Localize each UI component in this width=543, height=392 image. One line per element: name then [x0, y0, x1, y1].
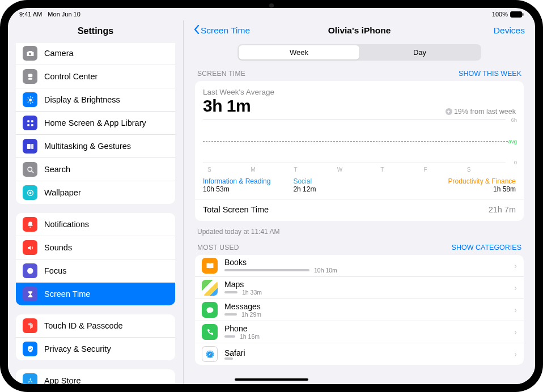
usage-time: 10h 10m	[314, 267, 337, 274]
svg-rect-1	[523, 13, 524, 16]
sidebar-item-search[interactable]: Search	[16, 158, 175, 181]
status-bar: 9:41 AM Mon Jun 10 100%	[8, 8, 535, 20]
avg-reference-line	[203, 141, 508, 142]
week-day-segmented[interactable]: Week Day	[237, 44, 481, 61]
chevron-left-icon	[194, 25, 200, 36]
mostused-row-maps[interactable]: Maps1h 33m›	[195, 277, 524, 299]
svg-rect-0	[511, 11, 522, 17]
sidebar-item-app-store[interactable]: App Store	[16, 369, 175, 384]
devices-button[interactable]: Devices	[494, 25, 525, 36]
sidebar-item-label: Wallpaper	[44, 188, 81, 197]
show-categories-link[interactable]: SHOW CATEGORIES	[452, 244, 521, 252]
messages-icon	[202, 302, 218, 318]
usage-bar	[224, 291, 237, 293]
svg-rect-6	[31, 124, 33, 126]
svg-rect-5	[27, 124, 29, 126]
sidebar-item-touch-id-passcode[interactable]: Touch ID & Passcode	[16, 314, 175, 338]
sidebar-item-label: Home Screen & App Library	[44, 118, 146, 127]
avg-line-label: avg	[508, 138, 517, 144]
display-icon	[23, 92, 37, 107]
total-value: 21h 7m	[489, 205, 516, 214]
sidebar-item-label: Multitasking & Gestures	[44, 142, 131, 151]
usage-time: 1h 16m	[240, 333, 260, 340]
sidebar-item-screen-time[interactable]: Screen Time	[16, 283, 175, 305]
back-button[interactable]: Screen Time	[194, 25, 250, 36]
device-camera-dot	[269, 3, 274, 8]
sidebar-item-label: Camera	[44, 49, 74, 58]
app-name: Safari	[224, 348, 507, 357]
svg-rect-3	[27, 120, 29, 122]
statusbar-time: 9:41 AM	[19, 11, 42, 18]
sidebar-item-display-brightness[interactable]: Display & Brightness	[16, 88, 175, 112]
nav-bar: Screen Time Olivia's iPhone Devices	[184, 20, 535, 42]
sidebar-item-control-center[interactable]: Control Center	[16, 65, 175, 88]
multitasking-icon	[23, 139, 37, 154]
home-indicator[interactable]	[235, 378, 308, 381]
wallpaper-icon	[23, 185, 37, 200]
chevron-right-icon: ›	[514, 305, 517, 314]
home-icon	[23, 116, 37, 130]
category-summary-row: Information & Reading10h 53mSocial2h 12m…	[203, 177, 516, 193]
controlcenter-icon	[23, 69, 37, 84]
segment-week[interactable]: Week	[239, 45, 359, 59]
screentime-section-header: SCREEN TIME SHOW THIS WEEK	[195, 70, 524, 81]
books-icon	[202, 258, 218, 274]
total-label: Total Screen Time	[203, 205, 269, 214]
sidebar-item-camera[interactable]: Camera	[16, 43, 175, 65]
app-name: Books	[224, 258, 507, 267]
screentime-icon	[23, 287, 37, 301]
chevron-right-icon: ›	[514, 261, 517, 270]
show-this-week-link[interactable]: SHOW THIS WEEK	[459, 70, 521, 78]
back-label: Screen Time	[201, 25, 250, 36]
page-title: Olivia's iPhone	[328, 25, 391, 36]
sidebar-item-label: Control Center	[44, 72, 97, 81]
sidebar-item-label: Sounds	[44, 243, 72, 252]
mostused-row-messages[interactable]: Messages1h 29m›	[195, 299, 524, 321]
sidebar-item-privacy-security[interactable]: Privacy & Security	[16, 338, 175, 360]
sidebar-item-multitasking-gestures[interactable]: Multitasking & Gestures	[16, 135, 175, 158]
usage-bar	[224, 269, 309, 271]
total-screen-time-row: Total Screen Time 21h 7m	[195, 199, 524, 215]
mostused-row-phone[interactable]: Phone1h 16m›	[195, 321, 524, 343]
chart-xaxis: SMTWTFS	[203, 167, 506, 173]
usage-bar	[224, 313, 237, 316]
yaxis-bot: 0	[514, 159, 517, 165]
avg-value: 3h 1m	[203, 96, 251, 116]
section-label: MOST USED	[197, 244, 239, 252]
chevron-right-icon: ›	[514, 350, 517, 359]
mostused-section-header: MOST USED SHOW CATEGORIES	[195, 244, 524, 255]
sidebar-item-home-screen-app-library[interactable]: Home Screen & App Library	[16, 112, 175, 135]
statusbar-battery-pct: 100%	[492, 11, 508, 18]
sidebar-item-label: Focus	[44, 266, 67, 275]
main-panel: Screen Time Olivia's iPhone Devices Week…	[184, 20, 535, 384]
svg-rect-4	[31, 120, 33, 122]
ipad-frame: 9:41 AM Mon Jun 10 100% Settings CameraC…	[0, 0, 543, 392]
segment-day[interactable]: Day	[359, 45, 480, 59]
sidebar-item-focus[interactable]: Focus	[16, 259, 175, 283]
sidebar-item-notifications[interactable]: Notifications	[16, 213, 175, 236]
safari-icon	[202, 346, 218, 362]
mostused-row-books[interactable]: Books10h 10m›	[195, 255, 524, 277]
svg-rect-7	[27, 144, 30, 149]
updated-text: Updated today at 11:41 AM	[195, 225, 524, 244]
app-name: Phone	[224, 324, 507, 333]
sidebar-item-label: Search	[44, 165, 70, 174]
sidebar-item-sounds[interactable]: Sounds	[16, 236, 175, 259]
mostused-row-safari[interactable]: Safari›	[195, 343, 524, 365]
settings-sidebar: Settings CameraControl CenterDisplay & B…	[8, 20, 184, 384]
maps-icon	[202, 280, 218, 296]
sidebar-title: Settings	[8, 20, 183, 43]
screen: 9:41 AM Mon Jun 10 100% Settings CameraC…	[8, 8, 535, 384]
notifications-icon	[23, 217, 37, 232]
chevron-right-icon: ›	[514, 327, 517, 336]
screentime-card: Last Week's Average 3h 1m 19% from last …	[195, 81, 524, 221]
usage-time: 1h 29m	[241, 311, 261, 318]
app-name: Messages	[224, 302, 507, 311]
section-label: SCREEN TIME	[197, 70, 245, 78]
category-summary: Productivity & Finance1h 58m	[448, 177, 516, 193]
sidebar-item-wallpaper[interactable]: Wallpaper	[16, 181, 175, 204]
focus-icon	[23, 263, 37, 278]
category-summary: Social2h 12m	[293, 177, 316, 193]
battery-icon	[510, 11, 524, 18]
usage-bar	[224, 357, 233, 360]
